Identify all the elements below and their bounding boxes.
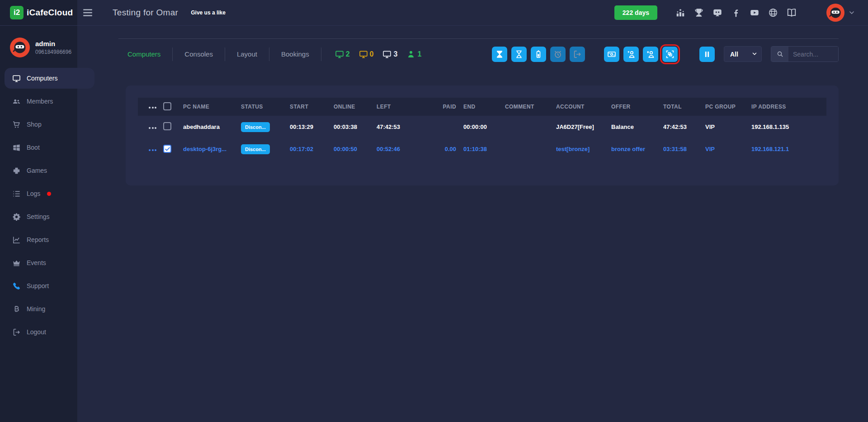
sidebar-item-support[interactable]: Support (5, 275, 73, 296)
computers-table: PC NAMESTATUSSTARTONLINELEFTPAIDENDCOMME… (138, 98, 826, 160)
cash-button[interactable] (604, 47, 619, 62)
hourglass-icon (514, 50, 524, 59)
sidebar-item-settings[interactable]: Settings (5, 206, 73, 227)
trophy-icon[interactable] (694, 8, 704, 18)
tab-computers[interactable]: Computers (127, 47, 161, 61)
chevron-down-icon[interactable] (848, 9, 855, 16)
tab-consoles[interactable]: Consoles (184, 47, 214, 61)
crown-icon (12, 259, 21, 267)
column-header-start[interactable]: START (290, 98, 334, 116)
sidebar-item-label: Games (27, 167, 47, 174)
sidebar-item-computers[interactable]: Computers (5, 68, 94, 89)
column-header-account[interactable]: ACCOUNT (556, 98, 611, 116)
sidebar-item-events[interactable]: Events (5, 252, 73, 273)
sidebar-item-mining[interactable]: Mining (5, 299, 73, 319)
row-checkbox-cell (163, 138, 183, 160)
search-icon-cell[interactable] (771, 47, 788, 62)
pc-group-filter-select[interactable]: All (724, 46, 762, 62)
tab-layout[interactable]: Layout (236, 47, 258, 61)
sidebar-user-card: admin 096184986696 (0, 32, 77, 66)
column-header-pc-name[interactable]: PC NAME (183, 98, 241, 116)
tab-bookings[interactable]: Bookings (280, 47, 310, 61)
youtube-icon[interactable] (750, 8, 760, 18)
globe-icon[interactable] (768, 8, 778, 18)
counter-3: 1 (406, 50, 421, 59)
chart-icon (12, 236, 21, 244)
battery-icon (534, 50, 543, 59)
battery-button[interactable] (531, 47, 546, 62)
column-header-status[interactable]: STATUS (241, 98, 290, 116)
sidebar-item-label: Settings (27, 213, 50, 220)
user-star-button[interactable] (623, 47, 639, 62)
hourglass-filled-button[interactable] (492, 47, 507, 62)
avatar[interactable] (826, 4, 844, 22)
sidebar-item-label: Logout (27, 328, 46, 336)
book-icon[interactable] (787, 8, 797, 18)
column-header-total[interactable]: TOTAL (663, 98, 705, 116)
cell-comment (505, 116, 556, 138)
facebook-icon[interactable] (731, 8, 741, 18)
row-menu-icon[interactable] (149, 149, 156, 151)
pause-button[interactable] (699, 47, 715, 62)
table-body: abedhaddaraDiscon...00:13:2900:03:3847:4… (138, 116, 826, 160)
screenshot-button[interactable] (662, 47, 678, 62)
row-checkbox[interactable] (163, 145, 171, 153)
column-header-paid[interactable]: PAID (435, 98, 463, 116)
table-row: abedhaddaraDiscon...00:13:2900:03:3847:4… (138, 116, 826, 138)
column-header-comment[interactable]: COMMENT (505, 98, 556, 116)
cell-comment (505, 138, 556, 160)
hourglass-button[interactable] (511, 47, 527, 62)
status-badge[interactable]: Discon... (241, 122, 270, 132)
sidebar-item-logout[interactable]: Logout (5, 322, 73, 342)
status-badge[interactable]: Discon... (241, 144, 270, 154)
sidebar-item-label: Support (27, 282, 49, 289)
header-row-menu (138, 98, 163, 116)
alarm-button[interactable] (550, 47, 566, 62)
cell-start: 00:17:02 (290, 138, 334, 160)
sidebar-item-boot[interactable]: Boot (5, 137, 73, 158)
sidebar-item-shop[interactable]: Shop (5, 114, 73, 135)
cafe-title: Testing for Omar (113, 8, 178, 18)
ranking-icon[interactable] (675, 8, 685, 18)
column-header-online[interactable]: ONLINE (334, 98, 377, 116)
gamepad-icon (12, 166, 21, 175)
user-plus-button[interactable] (643, 47, 658, 62)
search-box (771, 46, 839, 62)
column-header-pc-group[interactable]: PC GROUP (705, 98, 751, 116)
column-header-left[interactable]: LEFT (377, 98, 435, 116)
counter-value: 2 (346, 50, 350, 58)
cell-pc-group: VIP (705, 138, 751, 160)
sidebar-item-members[interactable]: Members (5, 91, 73, 112)
discord-icon[interactable] (712, 8, 722, 18)
column-header-end[interactable]: END (463, 98, 505, 116)
hamburger-menu-icon[interactable] (82, 7, 94, 19)
user-name: admin (35, 40, 71, 47)
monitor-icon (12, 74, 21, 83)
cell-end: 01:10:38 (463, 138, 505, 160)
select-all-checkbox[interactable] (163, 102, 171, 110)
cell-pc-name[interactable]: desktop-6j3rg... (183, 138, 241, 160)
cell-status: Discon... (241, 138, 290, 160)
counter-value: 3 (393, 50, 397, 58)
row-checkbox[interactable] (163, 122, 171, 130)
column-header-ip-address[interactable]: IP ADDRESS (751, 98, 826, 116)
phone-icon (12, 282, 21, 290)
exit-button[interactable] (570, 47, 585, 62)
give-us-a-like-link[interactable]: Give us a like (191, 9, 226, 16)
column-header-offer[interactable]: OFFER (611, 98, 663, 116)
cell-total: 03:31:58 (663, 138, 705, 160)
user-plus-icon (646, 50, 655, 59)
cell-end: 00:00:00 (463, 116, 505, 138)
sidebar: admin 096184986696 ComputersMembersShopB… (0, 26, 77, 422)
sidebar-item-logs[interactable]: Logs (5, 183, 73, 204)
row-menu-icon[interactable] (149, 107, 156, 109)
logo[interactable]: i2 iCafeCloud (0, 0, 77, 25)
tabstrip: ComputersConsolesLayoutBookings 2031 All (118, 38, 839, 64)
cell-pc-name[interactable]: abedhaddara (183, 116, 241, 138)
search-input[interactable] (788, 47, 838, 62)
cash-icon (607, 50, 616, 59)
sidebar-item-reports[interactable]: Reports (5, 229, 73, 250)
row-menu-icon[interactable] (149, 127, 156, 129)
days-remaining-button[interactable]: 222 days (614, 5, 657, 20)
sidebar-item-games[interactable]: Games (5, 160, 73, 181)
